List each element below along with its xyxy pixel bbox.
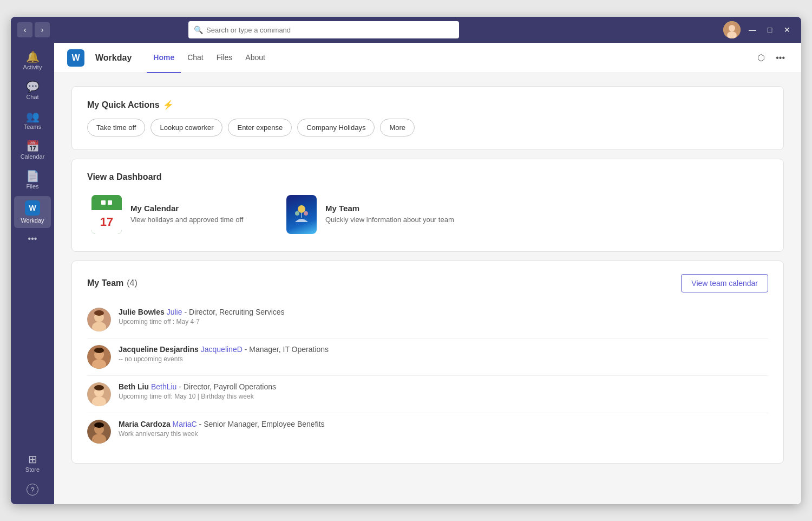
external-link-button[interactable]: ⬡	[754, 50, 768, 65]
team-list-label: My Team	[87, 278, 123, 288]
sidebar-label-calendar: Calendar	[21, 153, 45, 160]
avatar-maria	[87, 420, 111, 444]
member-role-maria: - Senior Manager, Employee Benefits	[199, 420, 325, 428]
sidebar-item-files[interactable]: 📄 Files	[14, 166, 51, 194]
member-handle-jacqueline[interactable]: JacquelineD	[201, 345, 243, 354]
sidebar-item-more[interactable]: •••	[14, 230, 51, 248]
calendar-dashboard-icon: 17	[91, 195, 122, 234]
member-handle-beth[interactable]: BethLiu	[151, 382, 176, 391]
member-status-julie: Upcoming time off : May 4-7	[119, 318, 768, 325]
svg-point-14	[94, 348, 104, 353]
take-time-off-button[interactable]: Take time off	[87, 119, 145, 136]
view-team-calendar-button[interactable]: View team calendar	[681, 274, 768, 292]
my-calendar-card[interactable]: 17 My Calendar View holidays and approve…	[87, 191, 271, 238]
team-list-title: My Team (4)	[87, 278, 137, 288]
window-controls: — □ ✕	[745, 22, 795, 37]
back-button[interactable]: ‹	[17, 22, 32, 37]
activity-icon: 🔔	[26, 51, 40, 62]
sidebar-item-store[interactable]: ⊞ Store	[14, 450, 51, 477]
team-list-header: My Team (4) View team calendar	[87, 274, 768, 292]
nav-buttons: ‹ ›	[17, 22, 50, 37]
titlebar: ‹ › 🔍 — □ ✕	[11, 17, 801, 43]
svg-point-1	[729, 25, 735, 31]
svg-point-10	[94, 310, 104, 316]
team-dashboard-icon	[286, 195, 317, 234]
app-header-right: ⬡ •••	[754, 50, 788, 65]
search-icon: 🔍	[194, 25, 203, 34]
svg-point-4	[295, 211, 299, 216]
member-handle-maria[interactable]: MariaC	[173, 420, 197, 428]
close-button[interactable]: ✕	[780, 22, 795, 37]
member-name-row-julie: Julie Bowles Julie - Director, Recruitin…	[119, 308, 768, 316]
member-role-julie: - Director, Recruiting Services	[184, 308, 284, 316]
sidebar-item-calendar[interactable]: 📅 Calendar	[14, 136, 51, 164]
enter-expense-button[interactable]: Enter expense	[228, 119, 292, 136]
team-member-jacqueline: Jacqueline Desjardins JacquelineD - Mana…	[87, 338, 768, 376]
team-member-julie: Julie Bowles Julie - Director, Recruitin…	[87, 301, 768, 338]
titlebar-right: — □ ✕	[723, 21, 795, 38]
sidebar-item-teams[interactable]: 👥 Teams	[14, 107, 51, 134]
member-name-row-jacqueline: Jacqueline Desjardins JacquelineD - Mana…	[119, 345, 768, 354]
team-card-title: My Team	[325, 204, 454, 213]
maximize-button[interactable]: □	[762, 22, 777, 37]
avatar-jacqueline	[87, 345, 111, 369]
user-avatar[interactable]	[723, 21, 741, 38]
more-button[interactable]: More	[380, 119, 415, 136]
app-header: W Workday Home Chat Files About ⬡ •••	[54, 43, 801, 73]
sidebar-label-store: Store	[25, 466, 40, 473]
team-count: (4)	[127, 278, 137, 288]
team-card-text: My Team Quickly view information about y…	[325, 204, 454, 225]
quick-actions-section: My Quick Actions ⚡ Take time off Lookup …	[71, 86, 784, 150]
team-card-desc: Quickly view information about your team	[325, 215, 454, 225]
overflow-menu-button[interactable]: •••	[772, 51, 788, 65]
sidebar-label-teams: Teams	[24, 123, 41, 130]
dashboard-cards: 17 My Calendar View holidays and approve…	[87, 191, 768, 238]
main-layout: 🔔 Activity 💬 Chat 👥 Teams 📅 Calendar 📄 F…	[11, 43, 801, 504]
member-role-beth: - Director, Payroll Operations	[179, 382, 276, 391]
workday-sidebar-icon: W	[25, 200, 40, 216]
nav-files[interactable]: Files	[210, 43, 239, 73]
calendar-icon: 📅	[26, 141, 40, 152]
member-handle-julie[interactable]: Julie	[167, 308, 182, 316]
more-icon: •••	[28, 235, 37, 243]
app-window: ‹ › 🔍 — □ ✕ 🔔	[11, 17, 801, 504]
dashboard-section: View a Dashboard 17	[71, 159, 784, 252]
lightning-icon: ⚡	[163, 100, 174, 110]
my-team-card[interactable]: My Team Quickly view information about y…	[282, 191, 466, 238]
sidebar-label-workday: Workday	[21, 217, 44, 224]
nav-home[interactable]: Home	[147, 43, 181, 73]
member-info-maria: Maria Cardoza MariaC - Senior Manager, E…	[119, 420, 768, 438]
app-nav: Home Chat Files About	[147, 43, 272, 73]
calendar-card-text: My Calendar View holidays and approved t…	[130, 204, 243, 225]
nav-about[interactable]: About	[239, 43, 272, 73]
search-input[interactable]	[206, 26, 454, 34]
member-role-jacqueline: - Manager, IT Operations	[245, 345, 329, 354]
team-member-maria: Maria Cardoza MariaC - Senior Manager, E…	[87, 413, 768, 450]
sidebar-item-activity[interactable]: 🔔 Activity	[14, 47, 51, 75]
search-bar: 🔍	[188, 21, 459, 38]
member-status-jacqueline: -- no upcoming events	[119, 355, 768, 363]
svg-point-22	[94, 422, 104, 428]
calendar-date: 17	[91, 210, 122, 234]
sidebar-item-workday[interactable]: W Workday	[14, 196, 51, 228]
sidebar-item-help[interactable]: ?	[14, 479, 51, 500]
quick-actions-title: My Quick Actions ⚡	[87, 100, 768, 110]
quick-actions-label: My Quick Actions	[87, 100, 160, 110]
svg-point-3	[298, 205, 305, 213]
minimize-button[interactable]: —	[745, 22, 760, 37]
svg-point-18	[94, 385, 104, 390]
calendar-card-desc: View holidays and approved time off	[130, 215, 243, 225]
sidebar-item-chat[interactable]: 💬 Chat	[14, 77, 51, 105]
avatar-julie	[87, 308, 111, 331]
lookup-coworker-button[interactable]: Lookup coworker	[150, 119, 222, 136]
member-status-maria: Work anniversary this week	[119, 430, 768, 438]
company-holidays-button[interactable]: Company Holidays	[297, 119, 375, 136]
nav-chat[interactable]: Chat	[181, 43, 210, 73]
member-name-jacqueline: Jacqueline Desjardins	[119, 345, 199, 354]
member-name-maria: Maria Cardoza	[119, 420, 171, 428]
member-name-beth: Beth Liu	[119, 382, 149, 391]
forward-button[interactable]: ›	[35, 22, 50, 37]
svg-point-5	[304, 211, 308, 216]
calendar-card-title: My Calendar	[130, 204, 243, 213]
member-name-row-maria: Maria Cardoza MariaC - Senior Manager, E…	[119, 420, 768, 428]
